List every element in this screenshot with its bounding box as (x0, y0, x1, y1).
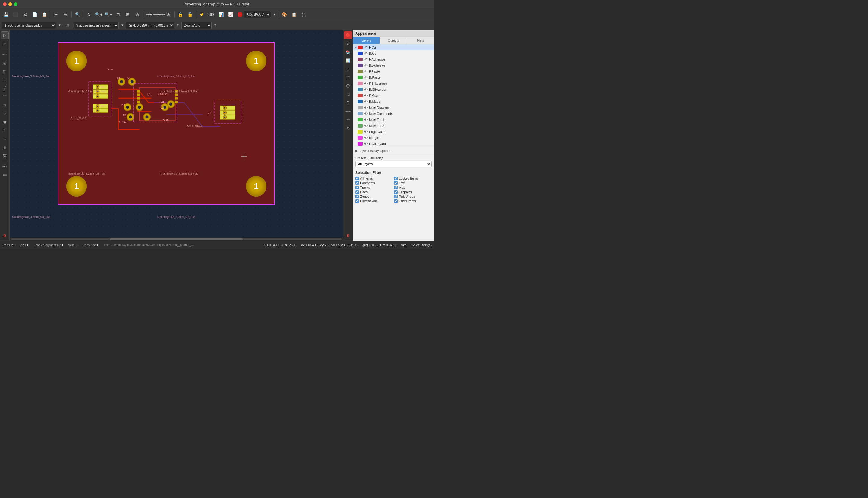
layer-visibility-icon[interactable]: 👁 (364, 57, 368, 62)
route-track-button[interactable]: ⟿ (145, 10, 154, 19)
board-setup-tool[interactable]: ⊕ (344, 40, 352, 48)
sf-checkbox-other-items[interactable] (394, 199, 398, 203)
print-button[interactable]: 🖨 (21, 10, 29, 19)
save-button[interactable]: 💾 (1, 10, 10, 19)
add-image-tool[interactable]: 🖼 (1, 152, 9, 160)
layer-item-margin[interactable]: 👁 Margin (353, 135, 434, 141)
layer-visibility-icon[interactable]: 👁 (364, 63, 368, 67)
layer-visibility-icon[interactable]: 👁 (364, 118, 368, 122)
layer-item-b-silkscreen[interactable]: 👁 B.Silkscreen (353, 87, 434, 93)
layer-visibility-icon[interactable]: 👁 (364, 130, 368, 134)
pcb-lib-table-tool[interactable]: 📚 (344, 48, 352, 56)
presets-select[interactable]: All Layers Front Layers Back Layers Inne… (355, 161, 431, 167)
add-rule-area-tool[interactable]: ⊞ (1, 76, 9, 84)
add-via-tool[interactable]: ◎ (1, 59, 9, 67)
route-diff-pair-button[interactable]: ⟿⟿ (154, 10, 163, 19)
layer-item-f-paste[interactable]: 👁 F.Paste (353, 68, 434, 75)
add-footprint-tool[interactable]: ⊕ (1, 144, 9, 151)
draw-rect-tool[interactable]: □ (1, 101, 9, 109)
layer-visibility-icon[interactable]: 👁 (364, 100, 368, 104)
layer-visibility-icon[interactable]: 👁 (364, 136, 368, 140)
interactive-router-button[interactable]: ⊕ (164, 10, 173, 19)
layer-visibility-icon[interactable]: 👁 (364, 93, 368, 98)
horizontal-scrollbar[interactable] (10, 238, 343, 240)
net-inspector-button[interactable]: 📊 (216, 10, 225, 19)
layer-visibility-icon[interactable]: 👁 (364, 75, 368, 80)
route-track-tool[interactable]: ⟿ (1, 51, 9, 58)
track-width-select[interactable]: Track: use netclass width (2, 22, 56, 29)
sf-checkbox-rule-areas[interactable] (394, 195, 398, 198)
lock-button[interactable]: 🔒 (176, 10, 185, 19)
via-expand[interactable]: ▼ (120, 21, 125, 29)
layer-item-b-adhesive[interactable]: 👁 B.Adhesive (353, 62, 434, 68)
tab-nets[interactable]: Nets (407, 37, 434, 44)
3d-viewer-button[interactable]: 3D (207, 10, 216, 19)
grid-expand[interactable]: ▼ (175, 21, 180, 29)
layer-display-toggle[interactable]: ▶ Layer Display Options (355, 148, 431, 154)
draw-polygon-tool[interactable]: ⬟ (1, 118, 9, 126)
layer-dropdown[interactable]: F.Cu (PgUp) B.Cu (243, 11, 271, 18)
layer-visibility-icon[interactable]: 👁 (364, 142, 368, 146)
zoom-center-button[interactable]: ⊙ (133, 10, 142, 19)
drc-button[interactable]: ⚡ (197, 10, 206, 19)
layer-item-b-cu[interactable]: 👁 B.Cu (353, 50, 434, 56)
draw-arc-tool[interactable]: ⌒ (1, 93, 9, 101)
sf-checkbox-graphics[interactable] (394, 190, 398, 194)
zoom-area-button[interactable]: ⊞ (123, 10, 132, 19)
appearance-button[interactable]: 🎨 (280, 10, 289, 19)
layer-item-b-paste[interactable]: 👁 B.Paste (353, 75, 434, 80)
measure-tool[interactable]: mm (1, 162, 9, 170)
zoom-in-button[interactable]: 🔍+ (94, 10, 103, 19)
find-button[interactable]: 🔍 (73, 10, 82, 19)
delete-rt[interactable]: 🗑 (344, 232, 352, 239)
inspect-tool[interactable]: ⊹ (1, 40, 9, 48)
layer-item-user-drawings[interactable]: 👁 User.Drawings (353, 105, 434, 110)
layer-selector[interactable]: F.Cu (PgUp) B.Cu ▼ (238, 10, 277, 19)
router-settings-tool[interactable]: ⟿ (344, 107, 352, 115)
pad-properties-tool[interactable]: ⊡ (344, 65, 352, 73)
layer-visibility-icon[interactable]: 👁 (364, 123, 368, 128)
layer-visibility-icon[interactable]: 👁 (364, 105, 368, 110)
minimize-button[interactable] (9, 2, 12, 6)
layer-visibility-icon[interactable]: 👁 (364, 51, 368, 55)
sf-checkbox-vias[interactable] (394, 186, 398, 189)
board-stats-button[interactable]: 📈 (226, 10, 235, 19)
layer-selector-expand[interactable]: ▼ (272, 10, 277, 19)
delete-tool[interactable]: 🗑 (1, 232, 9, 239)
layer-item-user-eco1[interactable]: 👁 User.Eco1 (353, 117, 434, 123)
text-tool-rt[interactable]: T (344, 99, 352, 107)
footprint-button[interactable]: ⬚ (299, 10, 308, 19)
back-tool[interactable]: ◁ (344, 90, 352, 98)
undo-button[interactable]: ↩ (52, 10, 61, 19)
tab-layers[interactable]: Layers (353, 37, 380, 44)
redo-button[interactable]: ↪ (61, 10, 70, 19)
layer-item-f-silkscreen[interactable]: 👁 F.Silkscreen (353, 80, 434, 87)
maximize-button[interactable] (14, 2, 17, 6)
gerber-button[interactable]: ⬛ (11, 10, 20, 19)
sf-checkbox-dimensions[interactable] (355, 199, 359, 203)
layer-item-f-adhesive[interactable]: 👁 F.Adhesive (353, 56, 434, 62)
zoom-expand[interactable]: ▼ (213, 21, 218, 29)
layer-item-edge-cuts[interactable]: 👁 Edge.Cuts (353, 129, 434, 135)
close-button[interactable] (3, 2, 6, 6)
push-shove-tool[interactable]: ✏ (344, 116, 352, 123)
sf-checkbox-pads[interactable] (355, 190, 359, 194)
refresh-button[interactable]: ↻ (85, 10, 94, 19)
draw-circle-tool[interactable]: ○ (1, 110, 9, 118)
zoom-out-button[interactable]: 🔍− (104, 10, 113, 19)
tab-objects[interactable]: Objects (380, 37, 407, 44)
layer-visibility-icon[interactable]: 👁 (364, 45, 368, 50)
zoom-fit-button[interactable]: ⊡ (113, 10, 123, 19)
layer-item-user-eco2[interactable]: 👁 User.Eco2 (353, 123, 434, 129)
pcb-canvas[interactable]: 1 1 1 1 (10, 30, 343, 238)
sf-checkbox-tracks[interactable] (355, 186, 359, 189)
unlock-button[interactable]: 🔓 (185, 10, 195, 19)
draw-line-tool[interactable]: ╱ (1, 84, 9, 92)
layer-visibility-icon[interactable]: 👁 (364, 112, 368, 116)
add-dimension-tool[interactable]: ↔ (1, 135, 9, 143)
layer-item-user-comments[interactable]: 👁 User.Comments (353, 110, 434, 117)
add-text-tool[interactable]: T (1, 127, 9, 134)
add-fp-rt[interactable]: ⊕ (344, 124, 352, 132)
select-tool[interactable]: ▷ (1, 31, 9, 39)
net-inspector-rt[interactable]: 📊 (344, 57, 352, 65)
